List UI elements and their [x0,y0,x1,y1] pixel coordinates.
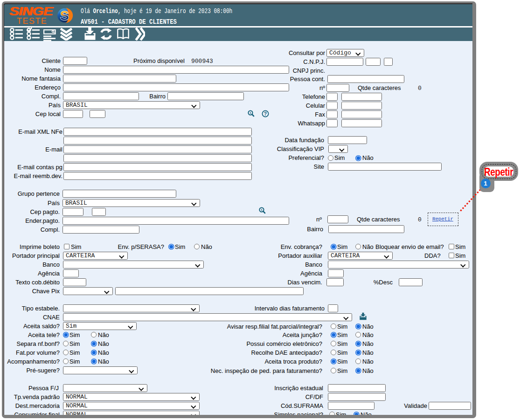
svg-text:S: S [60,8,69,23]
